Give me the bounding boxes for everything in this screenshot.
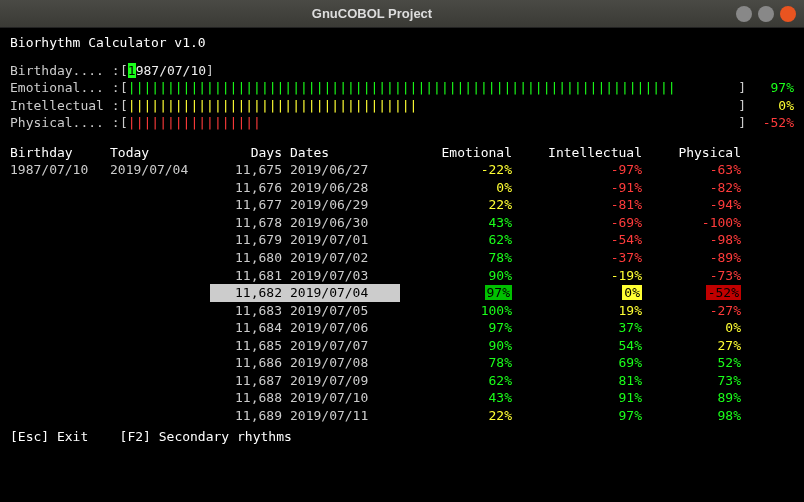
table-header: Birthday Today Days Dates Emotional Inte… bbox=[10, 144, 794, 162]
table-row[interactable]: 11,6862019/07/0878%69%52% bbox=[10, 354, 794, 372]
cell-intellectual: 69% bbox=[520, 354, 650, 372]
exit-hint[interactable]: [Esc] Exit bbox=[10, 429, 88, 444]
table-row[interactable]: 11,6772019/06/2922%-81%-94% bbox=[10, 196, 794, 214]
cell-date: 2019/07/06 bbox=[290, 319, 400, 337]
table-row[interactable]: 11,6842019/07/0697%37%0% bbox=[10, 319, 794, 337]
physical-pct: -52% bbox=[746, 114, 794, 132]
cell-date: 2019/07/07 bbox=[290, 337, 400, 355]
app-title: Biorhythm Calculator v1.0 bbox=[10, 34, 794, 52]
bracket-close: ] bbox=[738, 97, 746, 115]
cell-emotional: 78% bbox=[400, 249, 520, 267]
cell-days: 11,683 bbox=[210, 302, 290, 320]
cell-physical: -63% bbox=[650, 161, 745, 179]
table-row[interactable]: 11,6792019/07/0162%-54%-98% bbox=[10, 231, 794, 249]
table-row[interactable]: 11,6812019/07/0390%-19%-73% bbox=[10, 267, 794, 285]
cell-today bbox=[110, 214, 210, 232]
cell-emotional: 43% bbox=[400, 214, 520, 232]
bracket-open: [ bbox=[120, 114, 128, 132]
cell-days: 11,685 bbox=[210, 337, 290, 355]
cell-today bbox=[110, 196, 210, 214]
cell-birthday bbox=[10, 389, 110, 407]
table-row[interactable]: 11,6872019/07/0962%81%73% bbox=[10, 372, 794, 390]
hdr-physical: Physical bbox=[650, 144, 745, 162]
cell-emotional: -22% bbox=[400, 161, 520, 179]
cell-date: 2019/06/27 bbox=[290, 161, 400, 179]
cell-today bbox=[110, 249, 210, 267]
emotional-bar: ||||||||||||||||||||||||||||||||||||||||… bbox=[128, 79, 738, 97]
physical-label: Physical.... : bbox=[10, 114, 120, 132]
table-row[interactable]: 11,6882019/07/1043%91%89% bbox=[10, 389, 794, 407]
cell-date: 2019/06/28 bbox=[290, 179, 400, 197]
cell-physical: 27% bbox=[650, 337, 745, 355]
f2-hint[interactable]: [F2] Secondary rhythms bbox=[120, 429, 292, 444]
cell-physical: -94% bbox=[650, 196, 745, 214]
cell-intellectual: -19% bbox=[520, 267, 650, 285]
cell-intellectual: -97% bbox=[520, 161, 650, 179]
birthday-input-wrap[interactable]: [1987/07/10] bbox=[120, 62, 214, 80]
cell-physical: -27% bbox=[650, 302, 745, 320]
emotional-label: Emotional... : bbox=[10, 79, 120, 97]
cell-physical: -98% bbox=[650, 231, 745, 249]
table-row[interactable]: 11,6892019/07/1122%97%98% bbox=[10, 407, 794, 425]
table-row[interactable]: 11,6762019/06/280%-91%-82% bbox=[10, 179, 794, 197]
cell-emotional: 0% bbox=[400, 179, 520, 197]
cell-birthday bbox=[10, 354, 110, 372]
cell-days: 11,680 bbox=[210, 249, 290, 267]
cell-emotional: 62% bbox=[400, 372, 520, 390]
cell-today: 2019/07/04 bbox=[110, 161, 210, 179]
cell-physical: -100% bbox=[650, 214, 745, 232]
cell-intellectual: -69% bbox=[520, 214, 650, 232]
cell-today bbox=[110, 302, 210, 320]
maximize-icon[interactable] bbox=[758, 6, 774, 22]
cell-birthday bbox=[10, 407, 110, 425]
cell-intellectual: -37% bbox=[520, 249, 650, 267]
hdr-dates: Dates bbox=[290, 144, 400, 162]
cell-days: 11,678 bbox=[210, 214, 290, 232]
cell-intellectual: 19% bbox=[520, 302, 650, 320]
cell-intellectual: -81% bbox=[520, 196, 650, 214]
table-row[interactable]: 11,6822019/07/0497%0%-52% bbox=[10, 284, 794, 302]
table-row[interactable]: 11,6832019/07/05100%19%-27% bbox=[10, 302, 794, 320]
cell-emotional: 22% bbox=[400, 196, 520, 214]
cell-birthday bbox=[10, 179, 110, 197]
close-icon[interactable] bbox=[780, 6, 796, 22]
cell-emotional: 62% bbox=[400, 231, 520, 249]
intellectual-bar: ||||||||||||||||||||||||||||||||||||| bbox=[128, 97, 738, 115]
cell-emotional: 97% bbox=[400, 284, 520, 302]
table-row[interactable]: 11,6802019/07/0278%-37%-89% bbox=[10, 249, 794, 267]
cell-days: 11,679 bbox=[210, 231, 290, 249]
cell-date: 2019/06/30 bbox=[290, 214, 400, 232]
cell-physical: -52% bbox=[650, 284, 745, 302]
table-row[interactable]: 1987/07/102019/07/0411,6752019/06/27-22%… bbox=[10, 161, 794, 179]
cell-intellectual: -91% bbox=[520, 179, 650, 197]
cell-intellectual: 97% bbox=[520, 407, 650, 425]
bracket-open: [ bbox=[120, 97, 128, 115]
cell-today bbox=[110, 284, 210, 302]
app-window: GnuCOBOL Project Biorhythm Calculator v1… bbox=[0, 0, 804, 502]
cell-days: 11,675 bbox=[210, 161, 290, 179]
cell-days: 11,677 bbox=[210, 196, 290, 214]
bracket-close: ] bbox=[738, 114, 746, 132]
cell-days: 11,676 bbox=[210, 179, 290, 197]
cell-birthday bbox=[10, 372, 110, 390]
minimize-icon[interactable] bbox=[736, 6, 752, 22]
cell-date: 2019/07/05 bbox=[290, 302, 400, 320]
hdr-emotional: Emotional bbox=[400, 144, 520, 162]
cell-emotional: 78% bbox=[400, 354, 520, 372]
table-row[interactable]: 11,6782019/06/3043%-69%-100% bbox=[10, 214, 794, 232]
cell-birthday bbox=[10, 319, 110, 337]
hdr-today: Today bbox=[110, 144, 210, 162]
cell-intellectual: 37% bbox=[520, 319, 650, 337]
cell-birthday bbox=[10, 337, 110, 355]
cell-date: 2019/07/08 bbox=[290, 354, 400, 372]
cell-today bbox=[110, 231, 210, 249]
cell-emotional: 22% bbox=[400, 407, 520, 425]
window-controls bbox=[736, 6, 796, 22]
cell-intellectual: 54% bbox=[520, 337, 650, 355]
table-row[interactable]: 11,6852019/07/0790%54%27% bbox=[10, 337, 794, 355]
cell-birthday bbox=[10, 249, 110, 267]
cell-physical: -82% bbox=[650, 179, 745, 197]
cell-today bbox=[110, 179, 210, 197]
cell-date: 2019/07/03 bbox=[290, 267, 400, 285]
cell-today bbox=[110, 319, 210, 337]
